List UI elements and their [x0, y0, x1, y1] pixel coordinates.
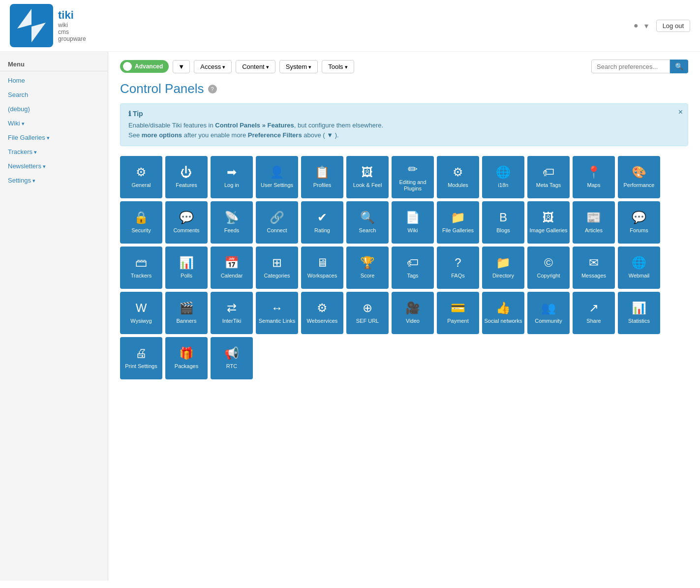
tile-label: Community — [535, 318, 562, 324]
sidebar-item-trackers[interactable]: Trackers — [0, 145, 108, 159]
tile-performance[interactable]: 🎨Performance — [618, 156, 660, 198]
sidebar-item-wiki[interactable]: Wiki — [0, 116, 108, 130]
tile-label: Feeds — [224, 227, 240, 234]
tile-print-settings[interactable]: 🖨Print Settings — [120, 337, 162, 379]
tile-icon: ⇄ — [227, 301, 237, 315]
tile-label: Share — [586, 318, 601, 324]
tile-label: Print Settings — [125, 363, 157, 370]
content-button[interactable]: Content — [236, 60, 275, 73]
tile-label: Connect — [267, 227, 287, 234]
tile-user-settings[interactable]: 👤User Settings — [256, 156, 298, 198]
tile-payment[interactable]: 💳Payment — [437, 292, 479, 334]
tile-rating[interactable]: ✔Rating — [301, 201, 343, 244]
tile-forums[interactable]: 💬Forums — [618, 201, 660, 244]
tile-i18n[interactable]: 🌐i18n — [482, 156, 524, 198]
tile-icon: 💬 — [632, 211, 646, 224]
tile-general[interactable]: ⚙General — [120, 156, 162, 198]
tile-look-&-feel[interactable]: 🖼Look & Feel — [346, 156, 389, 198]
tile-label: General — [131, 182, 151, 188]
tile-modules[interactable]: ⚙Modules — [437, 156, 479, 198]
tile-webservices[interactable]: ⚙Webservices — [301, 292, 343, 334]
logout-button[interactable]: Log out — [656, 20, 690, 32]
tile-polls[interactable]: 📊Polls — [165, 247, 208, 289]
tile-connect[interactable]: 🔗Connect — [256, 201, 298, 244]
logo-area: tiki wiki cms groupware — [10, 4, 86, 47]
tile-label: Features — [176, 182, 197, 188]
tile-categories[interactable]: ⊞Categories — [256, 247, 298, 289]
tile-label: Comments — [173, 227, 199, 234]
tile-intertiki[interactable]: ⇄InterTiki — [211, 292, 253, 334]
tile-editing-and-plugins[interactable]: ✏Editing and Plugins — [392, 156, 434, 198]
tile-webmail[interactable]: 🌐Webmail — [618, 247, 660, 289]
tile-wiki[interactable]: 📄Wiki — [392, 201, 434, 244]
tile-video[interactable]: 🎥Video — [392, 292, 434, 334]
tile-wysiwyg[interactable]: WWysiwyg — [120, 292, 162, 334]
tile-score[interactable]: 🏆Score — [346, 247, 389, 289]
tile-icon: 📄 — [405, 211, 420, 224]
tile-community[interactable]: 👥Community — [527, 292, 570, 334]
search-preferences-input[interactable] — [591, 60, 670, 73]
tile-trackers[interactable]: 🗃Trackers — [120, 247, 162, 289]
tile-calendar[interactable]: 📅Calendar — [211, 247, 253, 289]
search-preferences-button[interactable]: 🔍 — [670, 60, 688, 73]
tile-comments[interactable]: 💬Comments — [165, 201, 208, 244]
tile-search[interactable]: 🔍Search — [346, 201, 389, 244]
tile-faqs[interactable]: ?FAQs — [437, 247, 479, 289]
logo-sub2: cms — [58, 29, 86, 35]
chevron-down-icon[interactable]: ▾ — [644, 21, 648, 31]
system-button[interactable]: System — [279, 60, 318, 73]
tile-social-networks[interactable]: 👍Social networks — [482, 292, 524, 334]
tile-icon: 🔗 — [270, 211, 284, 224]
tile-features[interactable]: ⏻Features — [165, 156, 208, 198]
tile-statistics[interactable]: 📊Statistics — [618, 292, 660, 334]
sidebar-item-home[interactable]: Home — [0, 73, 108, 88]
tile-copyright[interactable]: ©Copyright — [527, 247, 570, 289]
tile-label: Wysiwyg — [130, 318, 152, 324]
advanced-toggle[interactable]: Advanced — [120, 60, 169, 73]
tip-close-button[interactable]: × — [678, 108, 683, 117]
tile-articles[interactable]: 📰Articles — [573, 201, 615, 244]
logo-sub1: wiki — [58, 22, 86, 29]
tile-maps[interactable]: 📍Maps — [573, 156, 615, 198]
tile-icon: 🏷 — [543, 165, 554, 179]
tile-label: InterTiki — [222, 318, 242, 324]
tile-tags[interactable]: 🏷Tags — [392, 247, 434, 289]
tile-workspaces[interactable]: 🖥Workspaces — [301, 247, 343, 289]
tile-profiles[interactable]: 📋Profiles — [301, 156, 343, 198]
tile-label: Score — [361, 273, 375, 279]
tile-image-galleries[interactable]: 🖼Image Galleries — [527, 201, 570, 244]
tile-banners[interactable]: 🎬Banners — [165, 292, 208, 334]
circle-icon[interactable]: ● — [634, 21, 639, 30]
top-right: ● ▾ Log out — [634, 20, 690, 32]
logo-svg — [10, 4, 53, 47]
help-icon[interactable]: ? — [208, 85, 217, 93]
tile-label: Copyright — [537, 273, 560, 279]
tile-sef-url[interactable]: ⊕SEF URL — [346, 292, 389, 334]
tile-directory[interactable]: 📁Directory — [482, 247, 524, 289]
sidebar-item-file-galleries[interactable]: File Galleries — [0, 130, 108, 145]
tile-label: Image Galleries — [529, 227, 567, 234]
tile-icon: ⊞ — [272, 256, 282, 270]
sidebar-item-debug[interactable]: (debug) — [0, 102, 108, 116]
filter-button[interactable]: ▼ — [173, 60, 190, 73]
access-button[interactable]: Access — [194, 60, 232, 73]
tile-meta-tags[interactable]: 🏷Meta Tags — [527, 156, 570, 198]
tip-box: × Tip Enable/disable Tiki features in Co… — [120, 103, 688, 146]
tile-rtc[interactable]: 📢RTC — [211, 337, 253, 379]
tile-blogs[interactable]: BBlogs — [482, 201, 524, 244]
tile-messages[interactable]: ✉Messages — [573, 247, 615, 289]
sidebar-item-settings[interactable]: Settings — [0, 173, 108, 187]
tile-file-galleries[interactable]: 📁File Galleries — [437, 201, 479, 244]
tile-feeds[interactable]: 📡Feeds — [211, 201, 253, 244]
tile-security[interactable]: 🔒Security — [120, 201, 162, 244]
tile-label: Security — [131, 227, 151, 234]
sidebar-item-newsletters[interactable]: Newsletters — [0, 159, 108, 173]
tools-button[interactable]: Tools — [322, 60, 354, 73]
tile-packages[interactable]: 🎁Packages — [165, 337, 208, 379]
tile-icon: ↗ — [589, 301, 599, 315]
tile-log-in[interactable]: ➡Log in — [211, 156, 253, 198]
tile-share[interactable]: ↗Share — [573, 292, 615, 334]
sidebar-item-search[interactable]: Search — [0, 88, 108, 102]
logo-text-area: tiki wiki cms groupware — [58, 9, 86, 42]
tile-semantic-links[interactable]: ↔Semantic Links — [256, 292, 298, 334]
